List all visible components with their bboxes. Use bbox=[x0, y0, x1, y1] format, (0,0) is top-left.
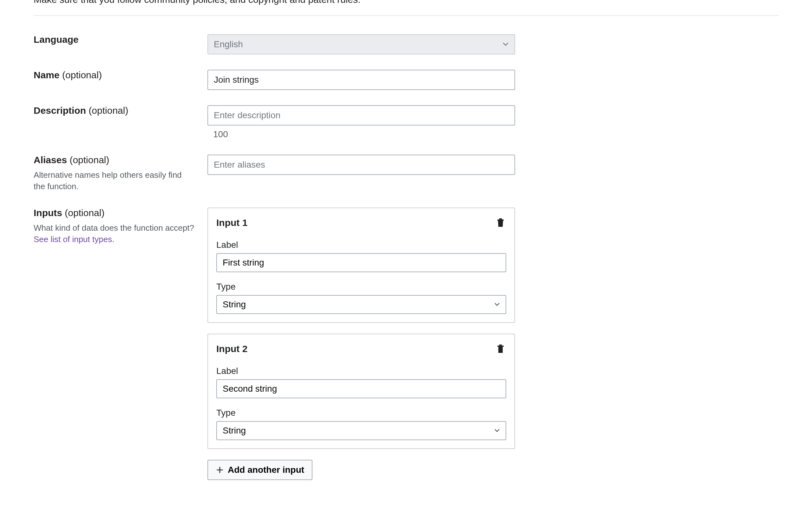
aliases-help: Alternative names help others easily fin… bbox=[34, 169, 195, 192]
inputs-help: What kind of data does the function acce… bbox=[34, 223, 194, 233]
input-1-type-select[interactable] bbox=[216, 295, 506, 314]
row-aliases: Aliases (optional) Alternative names hel… bbox=[34, 155, 778, 192]
name-optional: (optional) bbox=[62, 70, 102, 80]
delete-input-2-button[interactable] bbox=[495, 343, 506, 355]
add-another-input-label: Add another input bbox=[228, 465, 304, 475]
input-2-label-label: Label bbox=[216, 366, 506, 376]
row-name: Name (optional) bbox=[34, 70, 778, 90]
description-label: Description bbox=[34, 105, 86, 116]
language-label: Language bbox=[34, 34, 79, 45]
aliases-input[interactable] bbox=[207, 155, 515, 175]
aliases-label: Aliases bbox=[34, 155, 67, 165]
inputs-link[interactable]: See list of input types. bbox=[34, 234, 114, 244]
aliases-optional: (optional) bbox=[69, 155, 109, 165]
plus-icon bbox=[216, 466, 224, 474]
svg-rect-4 bbox=[497, 345, 504, 346]
input-card-2-title: Input 2 bbox=[216, 343, 247, 354]
description-input[interactable] bbox=[207, 105, 515, 125]
name-label: Name bbox=[34, 70, 60, 80]
name-input[interactable] bbox=[207, 70, 515, 90]
input-1-label-label: Label bbox=[216, 240, 506, 250]
divider bbox=[34, 15, 778, 16]
svg-rect-1 bbox=[497, 219, 504, 220]
row-inputs: Inputs (optional) What kind of data does… bbox=[34, 208, 778, 480]
inputs-optional: (optional) bbox=[65, 208, 104, 218]
svg-rect-3 bbox=[498, 346, 503, 353]
language-select[interactable] bbox=[207, 34, 515, 55]
row-language: Language bbox=[34, 34, 778, 55]
input-1-label-field[interactable] bbox=[216, 253, 506, 272]
description-optional: (optional) bbox=[89, 105, 128, 116]
svg-rect-0 bbox=[498, 220, 503, 227]
input-card-1-title: Input 1 bbox=[216, 217, 247, 228]
svg-rect-2 bbox=[499, 218, 502, 219]
inputs-label: Inputs bbox=[34, 208, 62, 218]
input-2-type-label: Type bbox=[216, 408, 506, 418]
input-1-type-label: Type bbox=[216, 282, 506, 292]
intro-text: Make sure that you follow community poli… bbox=[34, 0, 778, 15]
input-card-1: Input 1 Label Type bbox=[207, 208, 515, 323]
add-another-input-button[interactable]: Add another input bbox=[207, 460, 312, 480]
input-card-2: Input 2 Label Type bbox=[207, 334, 515, 449]
description-hint: 100 bbox=[207, 129, 515, 139]
svg-rect-5 bbox=[499, 344, 502, 345]
input-2-label-field[interactable] bbox=[216, 379, 506, 398]
trash-icon bbox=[496, 344, 505, 354]
delete-input-1-button[interactable] bbox=[495, 216, 506, 229]
trash-icon bbox=[496, 218, 505, 228]
input-2-type-select[interactable] bbox=[216, 421, 506, 440]
row-description: Description (optional) 100 bbox=[34, 105, 778, 139]
